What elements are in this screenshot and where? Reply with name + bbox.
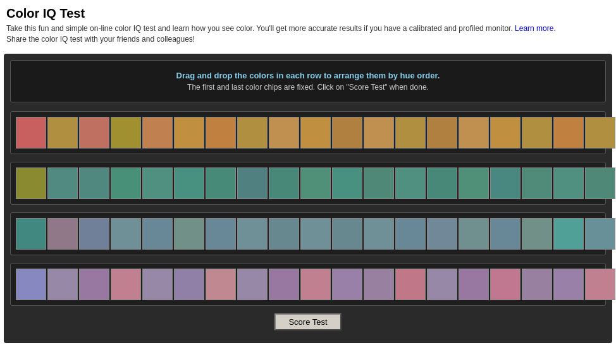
learn-more-link[interactable]: Learn more. <box>515 24 556 33</box>
color-chip-3-3[interactable] <box>111 269 141 300</box>
color-chip-3-5[interactable] <box>174 269 204 300</box>
color-chip-2-12[interactable] <box>395 218 426 250</box>
color-chip-2-1[interactable] <box>47 218 78 250</box>
color-row-container-1 <box>10 162 606 205</box>
color-chip-3-0[interactable] <box>16 269 46 300</box>
color-chip-2-18[interactable] <box>585 218 615 250</box>
color-chip-1-9[interactable] <box>300 167 331 199</box>
color-chip-3-12[interactable] <box>395 269 426 300</box>
color-chip-0-6[interactable] <box>206 117 236 149</box>
instruction-line1: Drag and drop the colors in each row to … <box>21 71 595 80</box>
color-chip-2-17[interactable] <box>553 218 584 250</box>
color-chip-2-7[interactable] <box>237 218 268 250</box>
color-chip-1-12[interactable] <box>395 167 426 199</box>
color-chip-1-6[interactable] <box>206 167 236 199</box>
description-text2: Share the color IQ test with your friend… <box>6 35 195 44</box>
color-chip-2-3[interactable] <box>111 218 141 250</box>
color-chip-0-13[interactable] <box>427 117 457 149</box>
color-chip-1-10[interactable] <box>332 167 362 199</box>
color-chip-3-4[interactable] <box>142 269 173 300</box>
color-chip-2-13[interactable] <box>427 218 457 250</box>
color-chip-1-8[interactable] <box>269 167 299 199</box>
color-chip-1-2[interactable] <box>79 167 109 199</box>
color-chip-0-18[interactable] <box>585 117 615 149</box>
color-chip-3-10[interactable] <box>332 269 362 300</box>
color-chip-0-17[interactable] <box>553 117 584 149</box>
color-chip-0-10[interactable] <box>332 117 362 149</box>
color-chip-3-1[interactable] <box>47 269 78 300</box>
color-chip-0-7[interactable] <box>237 117 268 149</box>
description-text1: Take this fun and simple on-line color I… <box>6 24 513 33</box>
color-row-0 <box>16 117 600 149</box>
color-chip-1-4[interactable] <box>142 167 173 199</box>
color-row-container-0 <box>10 111 606 154</box>
color-chip-1-0[interactable] <box>16 167 46 199</box>
color-chip-1-5[interactable] <box>174 167 204 199</box>
page-title: Color IQ Test <box>6 6 610 21</box>
color-chip-3-15[interactable] <box>490 269 521 300</box>
color-chip-1-7[interactable] <box>237 167 268 199</box>
color-chip-3-16[interactable] <box>522 269 552 300</box>
color-chip-3-9[interactable] <box>300 269 331 300</box>
color-chip-2-5[interactable] <box>174 218 204 250</box>
score-test-button[interactable]: Score Test <box>274 313 341 331</box>
color-row-container-2 <box>10 212 606 255</box>
color-chip-0-5[interactable] <box>174 117 204 149</box>
main-container: Drag and drop the colors in each row to … <box>4 54 612 343</box>
color-chip-3-7[interactable] <box>237 269 268 300</box>
color-chip-1-18[interactable] <box>585 167 615 199</box>
color-chip-0-9[interactable] <box>300 117 331 149</box>
color-chip-0-14[interactable] <box>459 117 489 149</box>
color-chip-2-9[interactable] <box>300 218 331 250</box>
color-chip-3-17[interactable] <box>553 269 584 300</box>
color-chip-2-15[interactable] <box>490 218 521 250</box>
color-chip-0-11[interactable] <box>364 117 394 149</box>
instruction-line2: The first and last color chips are fixed… <box>21 83 595 92</box>
color-chip-3-11[interactable] <box>364 269 394 300</box>
color-row-2 <box>16 218 600 250</box>
color-chip-1-15[interactable] <box>490 167 521 199</box>
color-chip-0-16[interactable] <box>522 117 552 149</box>
color-chip-0-3[interactable] <box>111 117 141 149</box>
score-button-row: Score Test <box>10 313 606 337</box>
color-chip-0-12[interactable] <box>395 117 426 149</box>
color-row-1 <box>16 167 600 199</box>
color-chip-1-3[interactable] <box>111 167 141 199</box>
color-chip-2-6[interactable] <box>206 218 236 250</box>
color-chip-0-0[interactable] <box>16 117 46 149</box>
color-row-3 <box>16 269 600 300</box>
color-chip-2-14[interactable] <box>459 218 489 250</box>
color-chip-0-15[interactable] <box>490 117 521 149</box>
color-chip-1-13[interactable] <box>427 167 457 199</box>
color-chip-0-8[interactable] <box>269 117 299 149</box>
color-chip-3-6[interactable] <box>206 269 236 300</box>
color-row-container-3 <box>10 263 606 306</box>
color-chip-3-18[interactable] <box>585 269 615 300</box>
color-chip-2-0[interactable] <box>16 218 46 250</box>
color-chip-3-8[interactable] <box>269 269 299 300</box>
color-chip-1-1[interactable] <box>47 167 78 199</box>
color-chip-0-4[interactable] <box>142 117 173 149</box>
color-chip-1-11[interactable] <box>364 167 394 199</box>
color-chip-1-17[interactable] <box>553 167 584 199</box>
color-chip-2-16[interactable] <box>522 218 552 250</box>
color-chip-2-10[interactable] <box>332 218 362 250</box>
color-rows <box>10 111 606 306</box>
color-chip-1-14[interactable] <box>459 167 489 199</box>
instruction-box: Drag and drop the colors in each row to … <box>10 60 606 102</box>
color-chip-0-1[interactable] <box>47 117 78 149</box>
color-chip-2-8[interactable] <box>269 218 299 250</box>
color-chip-2-11[interactable] <box>364 218 394 250</box>
page-header: Color IQ Test Take this fun and simple o… <box>0 0 616 49</box>
color-chip-3-13[interactable] <box>427 269 457 300</box>
page-description: Take this fun and simple on-line color I… <box>6 23 610 45</box>
color-chip-3-14[interactable] <box>459 269 489 300</box>
color-chip-1-16[interactable] <box>522 167 552 199</box>
color-chip-2-4[interactable] <box>142 218 173 250</box>
color-chip-2-2[interactable] <box>79 218 109 250</box>
color-chip-3-2[interactable] <box>79 269 109 300</box>
color-chip-0-2[interactable] <box>79 117 109 149</box>
